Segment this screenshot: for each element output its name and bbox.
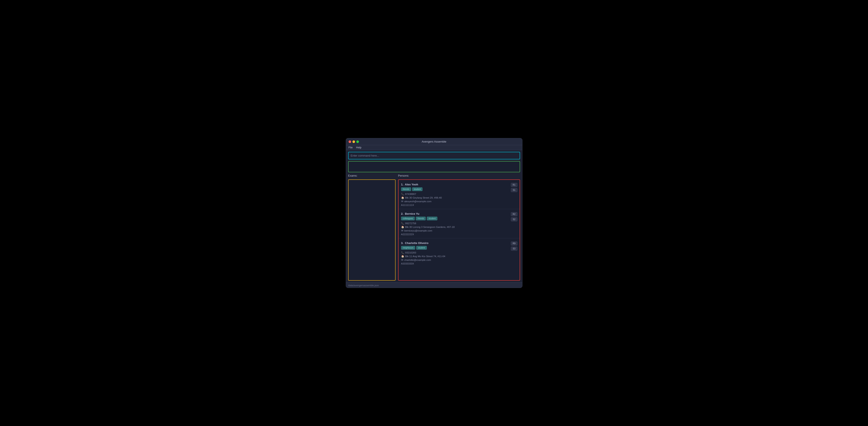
person-r-button-2[interactable]: R2 xyxy=(511,212,518,216)
output-area xyxy=(348,161,520,172)
tag-friends-1: friends xyxy=(401,187,411,191)
person-tags-1: friends student xyxy=(401,187,517,191)
status-path: /data/avengersassemble.json xyxy=(348,284,379,287)
person-name-1: 1. Alex Yeoh xyxy=(401,183,517,186)
person-email-2: ✉ berniceyu@example.com xyxy=(401,229,517,232)
email-icon-3: ✉ xyxy=(401,258,403,261)
email-icon-2: ✉ xyxy=(401,229,403,232)
person-address-1: 🏠 Blk 30 Geylang Street 29, #06-40 xyxy=(401,196,517,199)
tag-student-3: student xyxy=(416,246,427,250)
person-entry-3: 3. Charlotte Oliveiro neighbours student… xyxy=(399,238,520,267)
tag-neighbours-3: neighbours xyxy=(401,246,415,250)
status-bar: /data/avengersassemble.json xyxy=(346,282,522,288)
email-icon-1: ✉ xyxy=(401,200,403,203)
person-buttons-1: R1 S1 xyxy=(511,183,518,192)
person-phone-1: 📞 87438807 xyxy=(401,193,517,196)
person-phone-3: 📞 93210283 xyxy=(401,251,517,254)
person-id-1: A1111111X xyxy=(401,204,517,206)
persons-panel: Persons: 1. Alex Yeoh friends student 📞 … xyxy=(398,174,520,281)
main-window: Avengers Assemble File Help Exams: Perso… xyxy=(346,138,522,288)
exams-section-title: Exams: xyxy=(348,174,396,178)
exams-panel: Exams: xyxy=(348,174,396,281)
person-s-button-3[interactable]: S3 xyxy=(511,247,518,251)
person-phone-2: 📞 99272758 xyxy=(401,222,517,225)
person-r-button-3[interactable]: R9 xyxy=(511,241,518,245)
person-buttons-3: R9 S3 xyxy=(511,241,518,251)
tag-colleagues-2: colleagues xyxy=(401,217,415,220)
person-entry-1: 1. Alex Yeoh friends student 📞 87438807 … xyxy=(399,180,520,209)
person-tags-3: neighbours student xyxy=(401,246,517,250)
home-icon-3: 🏠 xyxy=(401,255,404,258)
tag-student-2: student xyxy=(427,217,437,220)
person-s-button-1[interactable]: S1 xyxy=(511,188,518,192)
tag-student-1: student xyxy=(412,187,423,191)
person-name-2: 2. Bernice Yu xyxy=(401,212,517,216)
person-buttons-2: R2 S2 xyxy=(511,212,518,221)
person-id-2: A2222222X xyxy=(401,233,517,236)
tag-friends-2: friends xyxy=(416,217,426,220)
person-id-3: A3333333X xyxy=(401,262,517,265)
window-title: Avengers Assemble xyxy=(422,140,446,143)
phone-icon-1: 📞 xyxy=(401,193,404,196)
title-bar: Avengers Assemble xyxy=(346,138,522,145)
minimize-button[interactable] xyxy=(352,140,355,143)
command-input-wrapper xyxy=(348,152,520,159)
menu-file[interactable]: File xyxy=(348,146,353,149)
person-email-1: ✉ alexyeoh@example.com xyxy=(401,200,517,203)
person-email-3: ✉ charlotte@example.com xyxy=(401,258,517,261)
phone-icon-3: 📞 xyxy=(401,251,404,254)
maximize-button[interactable] xyxy=(356,140,359,143)
traffic-lights xyxy=(348,140,359,143)
output-area-wrapper xyxy=(346,161,522,174)
exams-list xyxy=(348,179,396,281)
person-tags-2: colleagues friends student xyxy=(401,217,517,220)
menu-bar: File Help xyxy=(346,145,522,150)
persons-section-title: Persons: xyxy=(398,174,520,178)
person-r-button-1[interactable]: R1 xyxy=(511,183,518,187)
person-entry-2: 2. Bernice Yu colleagues friends student… xyxy=(399,209,520,238)
person-name-3: 3. Charlotte Oliveiro xyxy=(401,241,517,245)
persons-list: 1. Alex Yeoh friends student 📞 87438807 … xyxy=(398,179,520,281)
home-icon-2: 🏠 xyxy=(401,226,404,229)
main-content: Exams: Persons: 1. Alex Yeoh friends stu… xyxy=(346,174,522,282)
close-button[interactable] xyxy=(348,140,351,143)
phone-icon-2: 📞 xyxy=(401,222,404,225)
command-area xyxy=(346,150,522,161)
home-icon-1: 🏠 xyxy=(401,196,404,199)
person-address-2: 🏠 Blk 30 Lorong 3 Serangoon Gardens, #07… xyxy=(401,226,517,229)
person-address-3: 🏠 Blk 11 Ang Mo Kio Street 74, #11-04 xyxy=(401,255,517,258)
person-s-button-2[interactable]: S2 xyxy=(511,217,518,221)
menu-help[interactable]: Help xyxy=(356,146,362,149)
command-input[interactable] xyxy=(348,152,520,159)
